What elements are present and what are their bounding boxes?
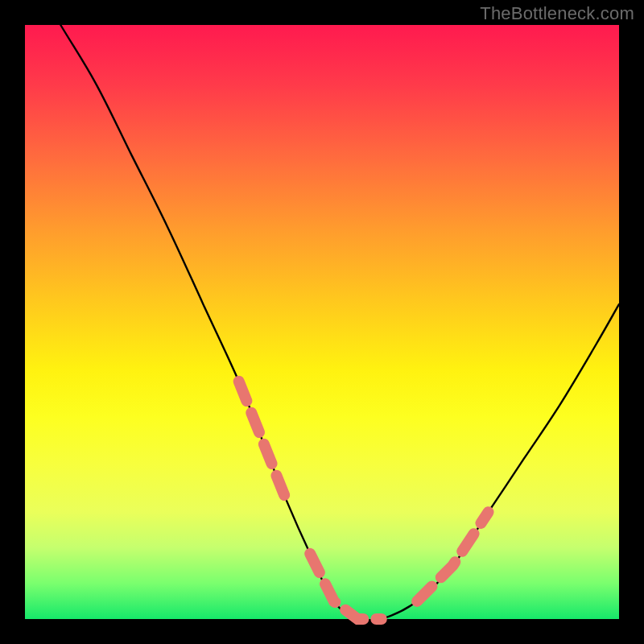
marker-segment-1 [310, 554, 382, 619]
marker-segment-0 [239, 382, 287, 501]
bottleneck-curve-path [25, 0, 619, 621]
watermark-text: TheBottleneck.com [480, 3, 634, 24]
outer-frame: TheBottleneck.com [0, 0, 644, 644]
marker-group [239, 382, 489, 619]
curve-svg [25, 25, 619, 619]
marker-segment-2 [417, 512, 489, 601]
curve-group [25, 0, 619, 621]
